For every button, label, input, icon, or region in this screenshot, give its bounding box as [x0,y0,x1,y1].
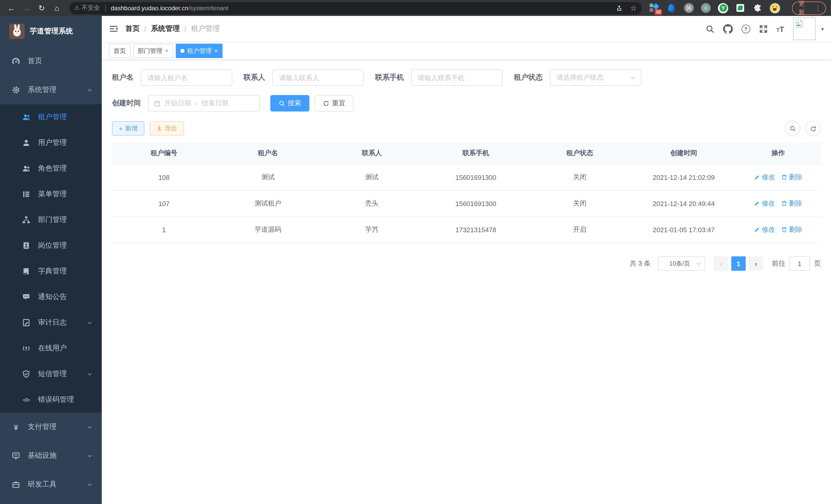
browser-update-button[interactable]: 更新 ⋮ [792,1,826,14]
sidebar-item-sms[interactable]: 短信管理 [0,361,102,387]
tags-view: 首页 部门管理 × 租户管理 × [102,42,831,60]
breadcrumb-home[interactable]: 首页 [125,24,140,33]
tenant-name-input[interactable] [141,69,232,86]
bookmark-star-icon[interactable]: ☆ [630,4,637,12]
sidebar-item-infra[interactable]: 基础设施 [0,441,102,470]
page-number-1[interactable]: 1 [731,256,746,271]
header-search-icon[interactable] [705,24,714,33]
tab-tenant[interactable]: 租户管理 × [176,44,223,58]
browser-forward-icon[interactable]: → [20,2,32,14]
contact-label: 联系人 [243,73,265,82]
extensions-row: 10 ⌘ Y 更新 ⋮ [649,1,826,14]
close-icon[interactable]: × [214,47,218,55]
extension-command-icon[interactable]: ⌘ [684,3,694,13]
contact-input[interactable] [273,69,364,86]
sidebar-item-post[interactable]: 岗位管理 [0,233,102,259]
log-icon [22,319,31,327]
delete-link[interactable]: 删除 [781,225,802,234]
sidebar-toggle-icon[interactable] [109,24,118,33]
yen-icon: ¥ [11,422,21,431]
avatar-dropdown-caret-icon[interactable]: ▾ [821,26,824,32]
extension-badge: 10 [655,9,662,15]
share-icon[interactable] [616,4,623,11]
refresh-button[interactable] [805,121,821,136]
sidebar-item-online-user[interactable]: 在线用户 [0,335,102,361]
tab-dept[interactable]: 部门管理 × [133,44,173,58]
goto-page-input[interactable] [790,256,810,271]
table-row: 107 测试租户 秃头 15601691300 关闭 2021-12-14 20… [112,190,821,216]
tab-home[interactable]: 首页 [109,44,131,58]
edit-link[interactable]: 修改 [754,173,775,182]
sidebar-item-error-code[interactable]: </> 错误码管理 [0,387,102,413]
chevron-up-icon [87,87,92,93]
delete-link[interactable]: 删除 [781,173,802,182]
sidebar-item-system[interactable]: 系统管理 [0,76,102,104]
status-select[interactable]: 请选择租户状态 [550,69,641,86]
edit-link[interactable]: 修改 [754,199,775,208]
roles-icon [22,165,31,173]
browser-reload-icon[interactable]: ↻ [36,2,48,14]
delete-link[interactable]: 删除 [781,199,802,208]
show-search-toggle-button[interactable] [785,121,800,136]
shield-check-icon [22,370,31,378]
sidebar-item-tenant[interactable]: 租户管理 [0,104,102,130]
insecure-warning-icon: ⚠ [74,5,79,11]
logo-rabbit-image [9,24,25,39]
add-button[interactable]: + 新增 [112,121,144,136]
reset-button[interactable]: 重置 [315,95,353,112]
create-time-range-picker[interactable]: 开始日期 - 结束日期 [148,95,260,112]
extension-y-icon[interactable]: Y [718,3,728,13]
help-icon[interactable]: ? [741,24,750,33]
sidebar-item-menu[interactable]: 菜单管理 [0,181,102,207]
extension-flag-icon[interactable] [735,3,746,13]
browser-back-icon[interactable]: ← [5,2,17,14]
page-size-select[interactable]: 10条/页 [658,256,705,271]
sidebar-item-user[interactable]: 用户管理 [0,130,102,156]
column-header: 租户状态 [528,142,632,164]
sidebar-item-dept[interactable]: 部门管理 [0,207,102,233]
github-icon[interactable] [723,24,733,34]
briefcase-icon [11,480,21,488]
browser-home-icon[interactable]: ⌂ [51,2,63,14]
table-row: 108 测试 测试 15601691300 关闭 2021-12-14 21:0… [112,164,821,190]
chevron-down-icon [87,371,92,377]
user-avatar[interactable] [793,18,815,40]
browser-menu-icon[interactable]: ⋮ [814,4,821,12]
column-header: 联系人 [320,142,424,164]
extensions-puzzle-icon[interactable] [752,3,763,13]
sidebar-item-role[interactable]: 角色管理 [0,156,102,181]
sidebar-item-home[interactable]: 首页 [0,47,102,76]
address-bar[interactable]: ⚠ 不安全 dashboard.yudao.iocoder.cn /system… [69,2,642,14]
security-label[interactable]: 不安全 [82,4,100,12]
column-header: 租户名 [216,142,320,164]
search-button[interactable]: 搜索 [270,95,309,112]
prev-page-button[interactable]: ‹ [714,256,728,271]
chevron-down-icon [87,482,92,487]
font-size-icon[interactable]: TT [776,24,784,33]
dashboard-icon [11,57,21,65]
sidebar-item-audit-log[interactable]: 审计日志 [0,310,102,335]
page-content: 租户名 联系人 联系手机 租户状态 请选择租户状态 [102,60,831,504]
next-page-button[interactable]: › [749,256,763,271]
mobile-input[interactable] [411,69,503,86]
edit-link[interactable]: 修改 [754,225,775,234]
breadcrumb-system[interactable]: 系统管理 [151,24,180,33]
close-icon[interactable]: × [165,47,169,55]
gear-icon [11,86,21,94]
sidebar-item-dict[interactable]: 字典管理 [0,259,102,284]
calendar-icon [154,100,160,107]
message-icon [22,293,31,301]
extension-balloon-icon[interactable] [666,3,677,13]
export-button[interactable]: 导出 [149,121,184,136]
status-label: 租户状态 [514,73,543,82]
extension-tiles-icon[interactable]: 10 [649,3,660,13]
pagination: 共 3 条 10条/页 ‹ 1 › 前往 页 [112,256,821,271]
fullscreen-icon[interactable] [759,24,768,33]
sidebar-item-pay[interactable]: ¥ 支付管理 [0,413,102,441]
chevron-down-icon [630,75,636,80]
app-logo[interactable]: 芋道管理系统 [0,16,102,47]
sidebar-item-notice[interactable]: 通知公告 [0,284,102,310]
extension-record-icon[interactable] [701,3,711,13]
profile-avatar-icon[interactable] [770,3,780,13]
sidebar-item-devtools[interactable]: 研发工具 [0,470,102,499]
